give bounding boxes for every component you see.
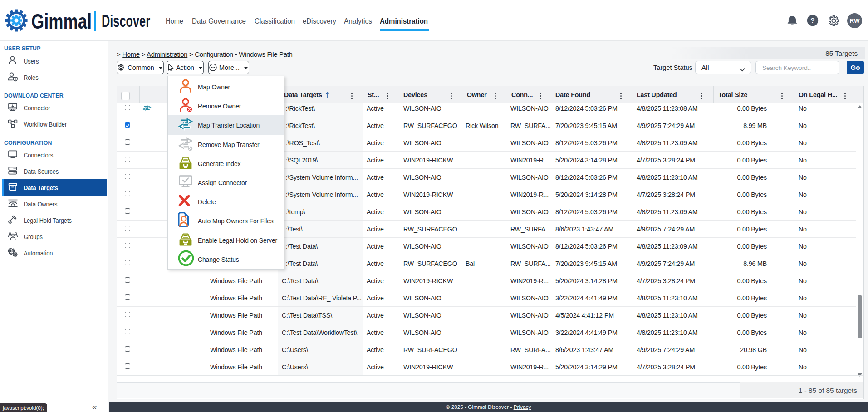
svg-text:Classification: Classification — [255, 17, 295, 25]
svg-text:Administration: Administration — [380, 17, 428, 25]
svg-text:?: ? — [810, 16, 814, 24]
svg-text:Home: Home — [166, 17, 183, 25]
svg-text:Analytics: Analytics — [344, 17, 372, 25]
svg-text:Data Governance: Data Governance — [192, 17, 246, 25]
svg-text:Discover: Discover — [102, 11, 150, 30]
svg-text:eDiscovery: eDiscovery — [303, 17, 336, 25]
svg-text:Gimmal: Gimmal — [31, 10, 92, 33]
